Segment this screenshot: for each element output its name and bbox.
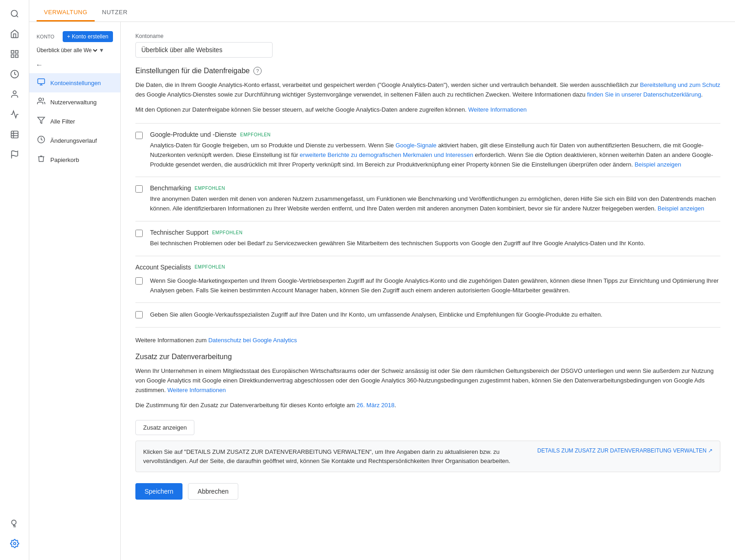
checkbox-tech-support[interactable] (135, 230, 143, 237)
option-technischer-support: Technischer Support EMPFOHLEN Bei techni… (135, 229, 720, 248)
sidebar-item-papierkorb[interactable]: Papierkorb (29, 150, 120, 169)
website-dropdown-row[interactable]: Überblick über alle Websites ▼ (29, 44, 120, 57)
svg-line-1 (16, 16, 18, 17)
account-specialists-desc: Wenn Sie Google-Marketingexperten und Ih… (150, 276, 720, 296)
content-with-sidebar: Konto + Konto erstellen Überblick über a… (29, 22, 735, 560)
checkbox-benchmarking-container (135, 185, 143, 193)
link-weitere-informationen[interactable]: Weitere Informationen (468, 106, 527, 113)
star-icon[interactable] (5, 105, 24, 124)
papierkorb-label: Papierkorb (50, 156, 79, 163)
aenderungsverlauf-icon (37, 135, 46, 145)
nutzerverwaltung-icon (37, 97, 46, 107)
sidebar-item-aenderungsverlauf[interactable]: Änderungsverlauf (29, 131, 120, 150)
benchmarking-title: Benchmarking EMPFOHLEN (150, 184, 720, 192)
details-link[interactable]: DETAILS ZUM ZUSATZ ZUR DATENVERARBEITUNG… (537, 447, 713, 454)
kontoeinstellungen-label: Kontoeinstellungen (50, 80, 101, 86)
svg-point-0 (11, 11, 17, 16)
svg-rect-8 (11, 131, 18, 138)
checkbox-google-produkte-container (135, 132, 143, 139)
google-produkte-badge: EMPFOHLEN (240, 132, 271, 137)
table-icon[interactable] (5, 125, 24, 144)
svg-rect-5 (11, 55, 14, 58)
tech-support-title: Technischer Support EMPFOHLEN (150, 229, 720, 236)
link-datenschutz[interactable]: finden Sie in unserer Datenschutzerkläru… (587, 91, 701, 98)
konto-name-label: Kontoname (135, 33, 720, 39)
datenfreigabe-title: Einstellungen für die Datenfreigabe ? (135, 67, 720, 75)
svg-rect-2 (11, 51, 14, 54)
option-google-produkte: Google-Produkte und -Dienste EMPFOHLEN A… (135, 131, 720, 169)
konto-name-input[interactable] (135, 42, 273, 58)
options-text: Mit den Optionen zur Datenfreigabe könne… (135, 105, 720, 114)
top-tabs: VERWALTUNG NUTZER (29, 0, 735, 22)
save-button[interactable]: Speichern (135, 483, 182, 500)
svg-point-13 (13, 543, 16, 545)
aenderungsverlauf-label: Änderungsverlauf (50, 137, 97, 144)
description-text: Die Daten, die in Ihrem Google Analytics… (135, 81, 720, 100)
website-dropdown[interactable]: Überblick über alle Websites (35, 47, 99, 54)
konto-label: Konto (37, 34, 54, 39)
option-account-specialists: Account Specialists EMPFOHLEN (135, 264, 720, 274)
link-erweiterte-berichte[interactable]: erweiterte Berichte zu demografischen Me… (300, 151, 473, 158)
person-icon[interactable] (5, 85, 24, 103)
checkbox-verkaufs-container (135, 311, 143, 318)
link-beispiel-1[interactable]: Beispiel anzeigen (634, 161, 681, 168)
sidebar-item-kontoeinstellungen[interactable]: Kontoeinstellungen (29, 73, 120, 92)
link-google-signale[interactable]: Google-Signale (396, 142, 437, 149)
dashboard-icon[interactable] (5, 45, 24, 63)
nutzerverwaltung-label: Nutzerverwaltung (50, 99, 97, 106)
zusatz-box: Klicken Sie auf "DETAILS ZUM ZUSATZ ZUR … (135, 441, 720, 472)
zusatz-box-text: Klicken Sie auf "DETAILS ZUM ZUSATZ ZUR … (143, 447, 528, 465)
tab-verwaltung[interactable]: VERWALTUNG (37, 2, 95, 22)
link-beispiel-2[interactable]: Beispiel anzeigen (658, 205, 704, 212)
zusatz-anzeigen-button[interactable]: Zusatz anzeigen (135, 420, 194, 435)
verkaufsspezialisten-content: Geben Sie allen Google-Verkaufsspezialis… (150, 310, 720, 320)
alle-filter-icon (37, 116, 46, 126)
settings-icon[interactable] (5, 534, 24, 553)
verkaufsspezialisten-desc: Geben Sie allen Google-Verkaufsspezialis… (150, 310, 720, 320)
flag-icon[interactable] (5, 145, 24, 164)
info-icon[interactable]: ? (253, 67, 262, 75)
checkbox-google-produkte[interactable] (135, 132, 143, 139)
benchmarking-badge: EMPFOHLEN (195, 186, 225, 191)
konto-header-row: Konto + Konto erstellen (29, 27, 120, 44)
option-benchmarking: Benchmarking EMPFOHLEN Ihre anonymen Dat… (135, 184, 720, 214)
home-icon[interactable] (5, 25, 24, 43)
lightbulb-icon[interactable] (5, 514, 24, 533)
sidebar-item-nutzerverwaltung[interactable]: Nutzerverwaltung (29, 92, 120, 112)
link-bereitstellung[interactable]: Bereitstellung und zum Schutz (640, 81, 720, 88)
history-icon[interactable] (5, 65, 24, 83)
cancel-button[interactable]: Abbrechen (188, 483, 238, 500)
left-nav: Konto + Konto erstellen Überblick über a… (29, 22, 121, 560)
kontoeinstellungen-icon (37, 78, 46, 88)
account-specialists-title: Account Specialists EMPFOHLEN (135, 264, 720, 271)
svg-rect-14 (38, 79, 45, 84)
checkbox-benchmarking[interactable] (135, 185, 143, 193)
weitere-info-section: Weitere Informationen zum Datenschutz be… (135, 337, 720, 344)
google-produkte-content: Google-Produkte und -Dienste EMPFOHLEN A… (150, 131, 720, 169)
checkbox-tech-support-container (135, 230, 143, 237)
account-specialists-content: Account Specialists EMPFOHLEN (135, 264, 720, 274)
checkbox-verkaufsspezialisten[interactable] (135, 311, 143, 318)
checkbox-account-specialists[interactable] (135, 277, 143, 285)
benchmarking-desc: Ihre anonymen Daten werden mit denen von… (150, 194, 720, 214)
benchmarking-content: Benchmarking EMPFOHLEN Ihre anonymen Dat… (150, 184, 720, 214)
search-icon[interactable] (5, 5, 24, 23)
svg-marker-18 (38, 117, 45, 124)
create-konto-button[interactable]: + Konto erstellen (63, 31, 113, 42)
tech-support-desc: Bei technischen Problemen oder bei Bedar… (150, 239, 720, 248)
tech-support-content: Technischer Support EMPFOHLEN Bei techni… (150, 229, 720, 248)
tab-nutzer[interactable]: NUTZER (95, 2, 135, 22)
alle-filter-label: Alle Filter (50, 118, 75, 125)
papierkorb-icon (37, 155, 46, 165)
option-account-specialists-cb: Wenn Sie Google-Marketingexperten und Ih… (135, 276, 720, 296)
google-produkte-title: Google-Produkte und -Dienste EMPFOHLEN (150, 131, 720, 138)
account-specialists-badge: EMPFOHLEN (194, 264, 225, 269)
link-weitere-info-zusatz[interactable]: Weitere Informationen (167, 387, 226, 393)
sidebar-item-alle-filter[interactable]: Alle Filter (29, 112, 120, 131)
link-datenschutz-google-analytics[interactable]: Datenschutz bei Google Analytics (208, 337, 297, 344)
zusatz-date-text: Die Zustimmung für den Zusatz zur Datenv… (135, 401, 720, 410)
account-specialists-desc-content: Wenn Sie Google-Marketingexperten und Ih… (150, 276, 720, 296)
zusatz-title: Zusatz zur Datenverarbeitung (135, 353, 720, 361)
svg-rect-3 (15, 51, 18, 54)
back-button[interactable]: ← (33, 59, 46, 71)
